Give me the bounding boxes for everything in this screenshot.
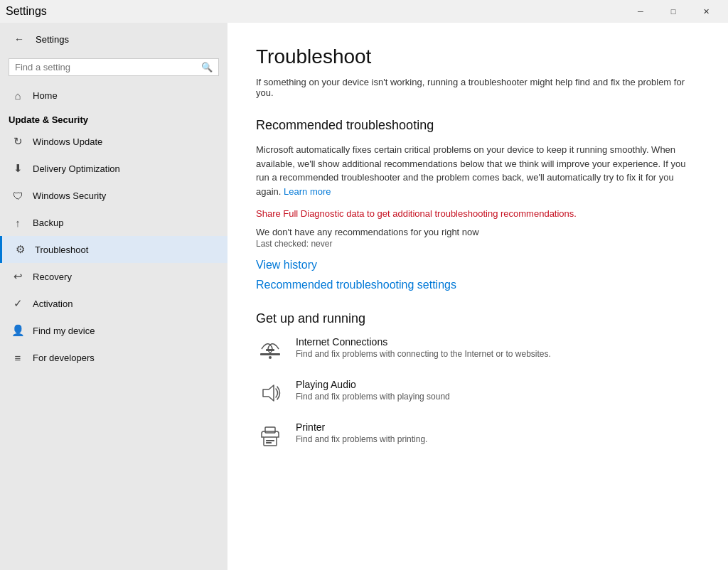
page-subtitle: If something on your device isn't workin…	[256, 77, 700, 98]
internet-name: Internet Connections	[296, 336, 551, 348]
app-title: Settings	[36, 34, 69, 45]
recommended-body: Microsoft automatically fixes certain cr…	[256, 143, 700, 198]
sidebar: ← Settings 🔍 ⌂ Home Update & Security ↻ …	[0, 23, 228, 570]
activation-icon: ✓	[11, 297, 24, 310]
home-icon: ⌂	[11, 89, 24, 102]
find-device-icon: 👤	[11, 324, 24, 337]
learn-more-link[interactable]: Learn more	[284, 186, 331, 197]
restore-button[interactable]: □	[657, 0, 690, 23]
recovery-icon: ↩	[11, 270, 24, 283]
sidebar-item-label: Windows Update	[33, 136, 102, 147]
app: ← Settings 🔍 ⌂ Home Update & Security ↻ …	[0, 23, 728, 570]
troubleshoot-icon: ⚙	[14, 243, 26, 256]
printer-icon	[256, 421, 284, 450]
svg-rect-5	[265, 427, 275, 433]
sidebar-item-find-my-device[interactable]: 👤 Find my device	[0, 317, 228, 344]
titlebar: Settings ─ □ ✕	[0, 0, 728, 23]
sidebar-nav-top: ← Settings	[0, 23, 228, 55]
sidebar-item-troubleshoot[interactable]: ⚙ Troubleshoot	[0, 236, 228, 263]
search-box: 🔍	[9, 58, 219, 76]
sidebar-item-label: For developers	[33, 353, 95, 363]
back-button[interactable]: ←	[9, 28, 30, 50]
last-checked-text: Last checked: never	[256, 239, 700, 249]
sidebar-item-recovery[interactable]: ↩ Recovery	[0, 263, 228, 290]
content-area: Troubleshoot If something on your device…	[228, 23, 728, 570]
internet-info: Internet Connections Find and fix proble…	[296, 336, 551, 359]
home-label: Home	[33, 90, 58, 101]
sidebar-item-home[interactable]: ⌂ Home	[0, 82, 228, 109]
troubleshooter-audio: Playing Audio Find and fix problems with…	[256, 379, 700, 407]
sidebar-item-backup[interactable]: ↑ Backup	[0, 209, 228, 236]
sidebar-item-label: Troubleshoot	[35, 244, 88, 255]
audio-name: Playing Audio	[296, 379, 450, 390]
printer-name: Printer	[296, 421, 427, 433]
diagnostic-link[interactable]: Share Full Diagnostic data to get additi…	[256, 208, 577, 219]
backup-icon: ↑	[11, 216, 24, 229]
recommended-section: Recommended troubleshooting Microsoft au…	[256, 118, 700, 291]
sidebar-item-label: Windows Security	[33, 190, 106, 201]
section-title: Update & Security	[0, 109, 228, 128]
printer-info: Printer Find and fix problems with print…	[296, 421, 427, 444]
svg-rect-7	[266, 442, 272, 443]
troubleshooter-printer: Printer Find and fix problems with print…	[256, 421, 700, 450]
delivery-optimization-icon: ⬇	[11, 162, 24, 175]
developers-icon: ≡	[11, 351, 24, 364]
sidebar-item-activation[interactable]: ✓ Activation	[0, 290, 228, 317]
search-input[interactable]	[15, 62, 197, 72]
sidebar-item-label: Activation	[33, 299, 73, 309]
audio-info: Playing Audio Find and fix problems with…	[296, 379, 450, 402]
recommended-heading: Recommended troubleshooting	[256, 118, 700, 133]
audio-desc: Find and fix problems with playing sound	[296, 392, 450, 402]
sidebar-item-windows-update[interactable]: ↻ Windows Update	[0, 128, 228, 155]
windows-security-icon: 🛡	[11, 189, 24, 202]
sidebar-item-delivery-optimization[interactable]: ⬇ Delivery Optimization	[0, 155, 228, 182]
svg-marker-3	[263, 385, 274, 401]
internet-desc: Find and fix problems with connecting to…	[296, 349, 551, 359]
sidebar-item-label: Backup	[33, 217, 63, 228]
audio-icon	[256, 379, 284, 407]
minimize-button[interactable]: ─	[624, 0, 657, 23]
sidebar-item-label: Delivery Optimization	[33, 163, 120, 174]
no-recommendations-text: We don't have any recommendations for yo…	[256, 227, 700, 237]
internet-icon	[256, 336, 284, 365]
view-history-link[interactable]: View history	[256, 259, 700, 271]
svg-rect-6	[266, 440, 274, 441]
close-button[interactable]: ✕	[690, 0, 722, 23]
windows-update-icon: ↻	[11, 135, 24, 148]
svg-rect-1	[266, 349, 274, 351]
search-icon: 🔍	[201, 62, 213, 72]
sidebar-item-label: Recovery	[33, 271, 72, 282]
titlebar-title: Settings	[6, 5, 47, 18]
titlebar-left: Settings	[6, 5, 47, 18]
get-running-heading: Get up and running	[256, 311, 700, 326]
get-running-section: Get up and running Internet Connections …	[256, 311, 700, 450]
sidebar-item-windows-security[interactable]: 🛡 Windows Security	[0, 182, 228, 209]
recommended-settings-link[interactable]: Recommended troubleshooting settings	[256, 279, 700, 291]
svg-point-2	[269, 356, 272, 359]
troubleshooter-internet: Internet Connections Find and fix proble…	[256, 336, 700, 365]
titlebar-controls: ─ □ ✕	[624, 0, 722, 23]
sidebar-item-label: Find my device	[33, 326, 95, 336]
sidebar-item-for-developers[interactable]: ≡ For developers	[0, 344, 228, 371]
page-title: Troubleshoot	[256, 45, 700, 68]
printer-desc: Find and fix problems with printing.	[296, 434, 427, 444]
divider-links: View history Recommended troubleshooting…	[256, 259, 700, 291]
